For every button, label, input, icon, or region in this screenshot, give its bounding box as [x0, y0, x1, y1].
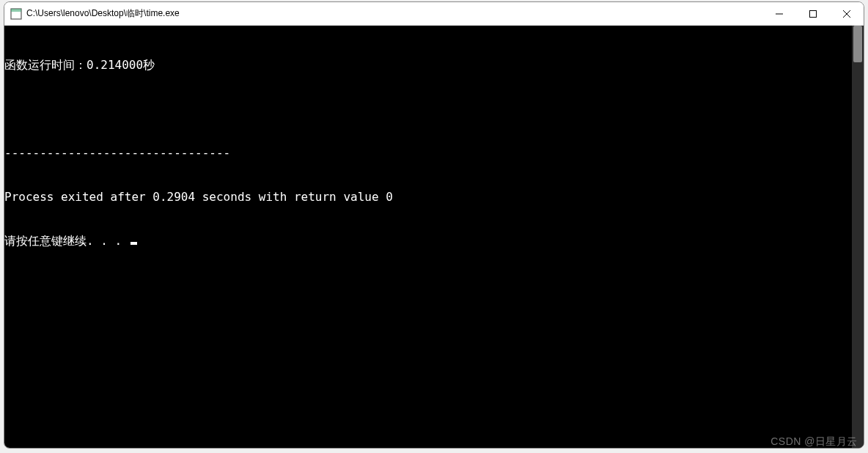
output-line: 函数运行时间：0.214000秒 [4, 58, 852, 73]
console-window: C:\Users\lenovo\Desktop\临时\time.exe 函数运行… [4, 1, 864, 449]
app-icon [10, 8, 22, 20]
watermark-text: CSDN @日星月云 [770, 435, 858, 449]
close-button[interactable] [830, 2, 864, 25]
scrollbar-thumb[interactable] [853, 26, 862, 62]
output-line: -------------------------------- [4, 146, 852, 161]
maximize-button[interactable] [796, 2, 830, 25]
minimize-button[interactable] [762, 2, 796, 25]
prompt-text: 请按任意键继续. . . [4, 234, 129, 248]
output-line: Process exited after 0.2904 seconds with… [4, 190, 852, 205]
window-controls [762, 2, 864, 25]
output-line [4, 102, 852, 117]
console-area[interactable]: 函数运行时间：0.214000秒 -----------------------… [4, 26, 864, 448]
window-title: C:\Users\lenovo\Desktop\临时\time.exe [26, 7, 762, 20]
titlebar[interactable]: C:\Users\lenovo\Desktop\临时\time.exe [4, 2, 864, 26]
console-output: 函数运行时间：0.214000秒 -----------------------… [4, 26, 852, 448]
prompt-line: 请按任意键继续. . . [4, 234, 852, 248]
cursor-icon [130, 242, 137, 245]
svg-rect-3 [810, 10, 817, 17]
svg-rect-1 [11, 9, 21, 12]
vertical-scrollbar[interactable] [852, 26, 864, 448]
